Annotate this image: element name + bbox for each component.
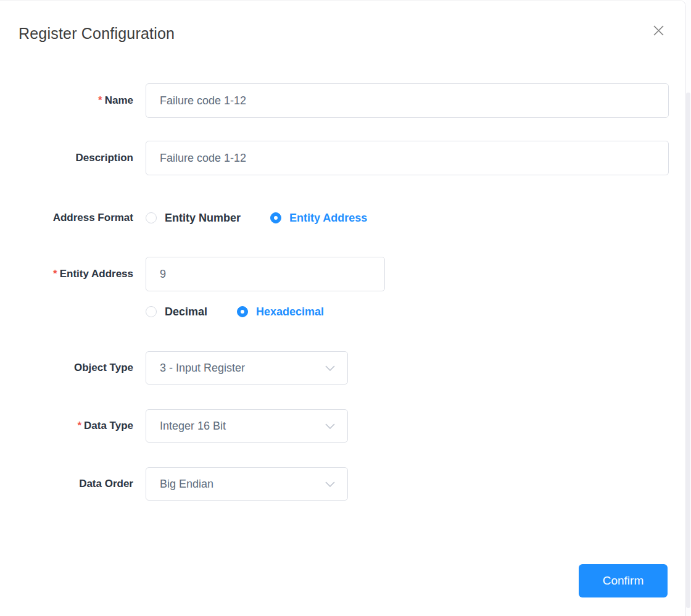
entity-address-label: *Entity Address [0,267,133,281]
name-input[interactable] [146,83,669,118]
confirm-button[interactable]: Confirm [579,564,668,597]
chevron-down-icon [325,423,335,429]
required-asterisk: * [98,94,102,106]
radio-selected-icon [270,212,281,223]
data-order-label: Data Order [0,477,133,491]
data-type-select[interactable]: Integer 16 Bit [146,409,348,443]
radio-decimal[interactable]: Decimal [146,306,207,318]
form-row-name: *Name [0,83,685,118]
scrollbar[interactable] [686,0,690,616]
register-configuration-dialog: Register Configuration *Name Description [0,0,686,616]
required-asterisk: * [53,268,57,280]
radio-entity-number-label: Entity Number [165,212,241,225]
form-row-description: Description [0,141,685,175]
object-type-value: 3 - Input Register [160,362,245,375]
data-order-select[interactable]: Big Endian [146,467,348,501]
close-button[interactable] [651,23,666,38]
name-label: *Name [0,93,133,108]
form-row-data-order: Data Order Big Endian [0,467,685,501]
scrollbar-thumb[interactable] [686,93,690,608]
close-icon [653,25,664,36]
chevron-down-icon [325,481,335,487]
data-type-label: *Data Type [0,418,133,433]
radio-entity-address[interactable]: Entity Address [270,212,367,225]
data-type-value: Integer 16 Bit [160,420,226,433]
radio-unselected-icon [146,306,157,317]
form-row-radix: Decimal Hexadecimal [0,304,685,320]
chevron-down-icon [325,365,335,371]
description-label: Description [0,151,133,165]
object-type-label: Object Type [0,360,133,375]
required-asterisk: * [77,420,81,431]
register-form: *Name Description Address Format Entity … [0,83,685,501]
radio-entity-number[interactable]: Entity Number [146,212,241,225]
address-format-label: Address Format [0,210,133,225]
form-row-entity-address: *Entity Address [0,257,685,291]
form-row-data-type: *Data Type Integer 16 Bit [0,409,685,443]
radio-entity-address-label: Entity Address [289,212,367,225]
dialog-header: Register Configuration [0,1,685,44]
form-row-address-format: Address Format Entity Number Entity Addr… [0,210,685,226]
radio-selected-icon [237,306,248,317]
dialog-footer: Confirm [0,564,685,597]
radix-radio-group: Decimal Hexadecimal [146,306,324,318]
radio-decimal-label: Decimal [165,306,207,318]
description-input[interactable] [146,141,669,175]
radio-hexadecimal[interactable]: Hexadecimal [237,306,324,318]
address-format-radio-group: Entity Number Entity Address [146,212,367,225]
radio-unselected-icon [146,212,157,223]
object-type-select[interactable]: 3 - Input Register [146,351,348,385]
form-row-object-type: Object Type 3 - Input Register [0,351,685,385]
radio-hexadecimal-label: Hexadecimal [256,306,324,318]
data-order-value: Big Endian [160,478,213,491]
page-title: Register Configuration [19,23,667,44]
entity-address-input[interactable] [146,257,385,291]
